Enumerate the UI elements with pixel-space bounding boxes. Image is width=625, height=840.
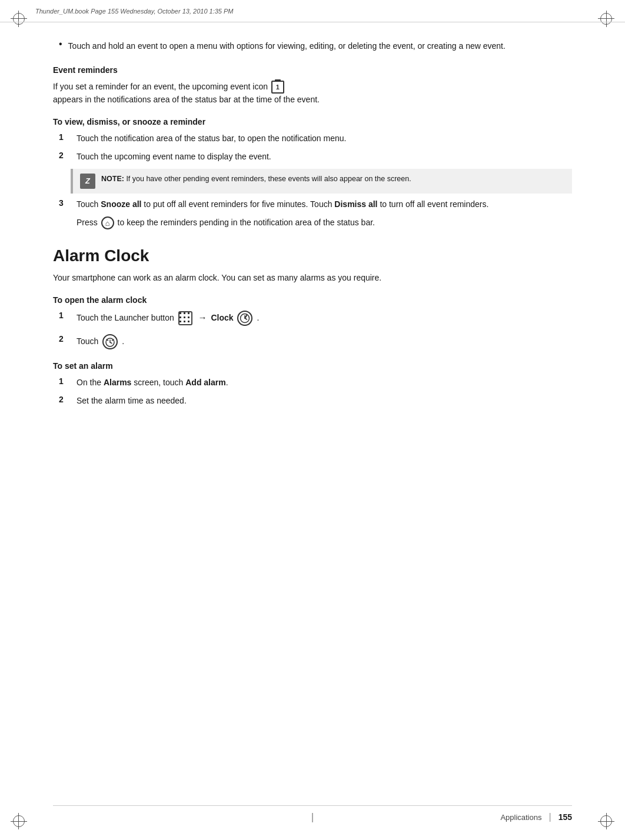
- header-text: Thunder_UM.book Page 155 Wednesday, Octo…: [35, 8, 234, 15]
- page-container: Thunder_UM.book Page 155 Wednesday, Octo…: [0, 0, 625, 840]
- step1-number: 1: [59, 132, 74, 142]
- event-reminders-heading: Event reminders: [53, 65, 572, 75]
- set-alarm-step2-number: 2: [59, 395, 74, 404]
- view-dismiss-step2: 2 Touch the upcoming event name to displ…: [53, 151, 572, 163]
- clock-label: Clock: [211, 312, 233, 322]
- calendar-event-icon: 1: [271, 81, 284, 94]
- step1-text: Touch the notification area of the statu…: [77, 132, 346, 145]
- view-dismiss-step1: 1 Touch the notification area of the sta…: [53, 132, 572, 145]
- open-alarm-step2: 2 Touch .: [53, 334, 572, 349]
- step3-dismiss-all: Dismiss all: [334, 199, 377, 209]
- note-box: Z NOTE: If you have other pending event …: [71, 169, 572, 194]
- note-body: If you have other pending event reminder…: [126, 175, 411, 183]
- step3-cont2: to keep the reminders pending in the not…: [118, 218, 375, 227]
- event-reminders-text2: appears in the notifications area of the…: [53, 95, 320, 104]
- note-label: NOTE:: [101, 175, 124, 183]
- corner-mark-br: [598, 813, 614, 829]
- set-alarm-step1-text: On the Alarms screen, touch Add alarm.: [77, 376, 228, 389]
- step3-number: 3: [59, 198, 74, 208]
- view-dismiss-step3: 3 Touch Snooze all to put off all event …: [53, 198, 572, 211]
- step3-snooze-all: Snooze all: [101, 199, 141, 209]
- step2-number: 2: [59, 151, 74, 160]
- arrow-icon: →: [198, 312, 207, 322]
- open-alarm-step2-number: 2: [59, 334, 74, 344]
- step3-text3: to turn off all event reminders.: [378, 199, 489, 209]
- note-text: NOTE: If you have other pending event re…: [101, 174, 411, 184]
- open-alarm-step2-text: Touch .: [77, 334, 124, 349]
- bullet-section: • Touch and hold an event to open a menu…: [53, 40, 572, 52]
- footer: Applications | 155: [53, 805, 572, 822]
- set-alarm-text1: On the: [77, 378, 104, 387]
- footer-applications-label: Applications: [500, 813, 541, 822]
- view-dismiss-heading: To view, dismiss, or snooze a reminder: [53, 117, 572, 126]
- note-icon: Z: [80, 174, 95, 189]
- set-alarm-text3: .: [226, 378, 228, 387]
- footer-page-number: 155: [558, 812, 572, 822]
- step3-continuation: Press ⌂ to keep the reminders pending in…: [77, 216, 572, 229]
- open-alarm-step1-text: Touch the Launcher button → Clock: [77, 311, 259, 326]
- alarms-label: Alarms: [104, 378, 131, 387]
- open-alarm-step1: 1 Touch the Launcher button → Clock: [53, 311, 572, 326]
- main-content: • Touch and hold an event to open a menu…: [53, 22, 572, 805]
- set-alarm-text2: screen, touch: [131, 378, 185, 387]
- bullet-item: • Touch and hold an event to open a menu…: [53, 40, 572, 52]
- set-alarm-step2-text: Set the alarm time as needed.: [77, 395, 187, 407]
- step2-text: Touch the upcoming event name to display…: [77, 151, 271, 163]
- step3-text1: Touch: [77, 199, 101, 209]
- clock-icon: [237, 311, 252, 326]
- step3-cont1: Press: [77, 218, 100, 227]
- step3-text: Touch Snooze all to put off all event re…: [77, 198, 488, 211]
- set-alarm-step1: 1 On the Alarms screen, touch Add alarm.: [53, 376, 572, 389]
- corner-mark-bl: [11, 813, 27, 829]
- home-button-icon: ⌂: [101, 216, 114, 229]
- event-reminders-text1: If you set a reminder for an event, the …: [53, 82, 268, 91]
- set-alarm-step2: 2 Set the alarm time as needed.: [53, 395, 572, 407]
- alarm-clock-body: Your smartphone can work as an alarm clo…: [53, 272, 572, 285]
- open-alarm-heading: To open the alarm clock: [53, 295, 572, 305]
- set-alarm-heading: To set an alarm: [53, 361, 572, 371]
- alarm-clock-heading: Alarm Clock: [53, 246, 572, 266]
- bullet-text: Touch and hold an event to open a menu w…: [68, 40, 506, 52]
- launcher-grid: [179, 312, 191, 324]
- set-alarm-step1-number: 1: [59, 376, 74, 386]
- open-alarm-step1-number: 1: [59, 311, 74, 320]
- alarm-clock-icon: [102, 334, 118, 349]
- event-reminders-body: If you set a reminder for an event, the …: [53, 81, 572, 106]
- header-bar: Thunder_UM.book Page 155 Wednesday, Octo…: [0, 0, 625, 22]
- footer-divider: |: [548, 812, 551, 822]
- bullet-dot: •: [59, 39, 62, 49]
- step1-launcher-text: Touch the Launcher button: [77, 312, 177, 322]
- step3-text2: to put off all event reminders for five …: [141, 199, 334, 209]
- add-alarm-label: Add alarm: [185, 378, 225, 387]
- launcher-grid-icon: [178, 311, 192, 325]
